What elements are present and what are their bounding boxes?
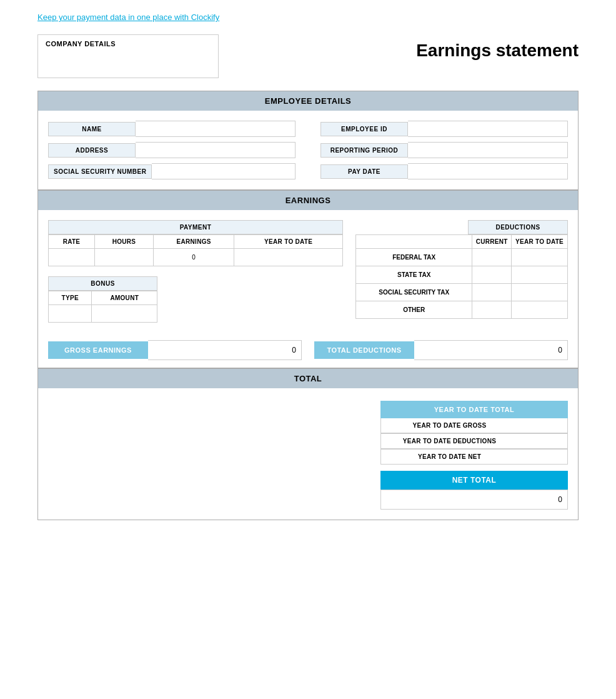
clockify-link[interactable]: Keep your payment data in one place with… (37, 13, 219, 22)
empid-value[interactable] (408, 121, 568, 137)
header-row: COMPANY DETAILS Earnings statement (37, 34, 579, 78)
ssn-value[interactable] (152, 163, 296, 179)
table-row: FEDERAL TAX (356, 249, 568, 266)
employee-section-body: NAME ADDRESS SOCIAL SECURITY NUMBER (38, 111, 578, 189)
payment-label: PAYMENT (48, 220, 343, 234)
empid-label: EMPLOYEE ID (320, 122, 408, 136)
field-row-reporting: REPORTING PERIOD (320, 142, 568, 158)
pay-date-value[interactable] (408, 163, 568, 179)
payment-col-rate: RATE (49, 235, 95, 249)
employee-grid: NAME ADDRESS SOCIAL SECURITY NUMBER (48, 121, 568, 179)
total-deductions-value[interactable]: 0 (414, 340, 568, 360)
payment-table: RATE HOURS EARNINGS YEAR TO DATE 0 (48, 234, 343, 266)
page-container: COMPANY DETAILS Earnings statement EMPLO… (0, 34, 616, 545)
table-row (49, 305, 157, 323)
ytd-deductions-value[interactable] (518, 434, 568, 449)
ytd-gross-label: YEAR TO DATE GROSS (380, 418, 518, 433)
reporting-period-value[interactable] (408, 142, 568, 158)
total-deductions-label: TOTAL DEDUCTIONS (314, 341, 414, 359)
deductions-col-ytd: YEAR TO DATE (512, 235, 568, 249)
other-label: OTHER (356, 301, 472, 319)
federal-tax-ytd[interactable] (512, 249, 568, 266)
bonus-type-cell[interactable] (49, 305, 92, 323)
company-details-label: COMPANY DETAILS (46, 40, 116, 48)
earnings-left: PAYMENT RATE HOURS EARNINGS YEAR TO DATE (48, 220, 343, 323)
ytd-box: YEAR TO DATE TOTAL YEAR TO DATE GROSS YE… (380, 401, 568, 510)
payment-table-wrap: PAYMENT RATE HOURS EARNINGS YEAR TO DATE (48, 220, 343, 266)
social-security-current[interactable] (472, 284, 512, 301)
table-row: OTHER (356, 301, 568, 319)
earnings-body: PAYMENT RATE HOURS EARNINGS YEAR TO DATE (38, 210, 578, 333)
total-deductions-item: TOTAL DEDUCTIONS 0 (314, 340, 568, 360)
payment-col-earnings: EARNINGS (153, 235, 234, 249)
ytd-net-label: YEAR TO DATE NET (380, 450, 518, 465)
total-section-body: YEAR TO DATE TOTAL YEAR TO DATE GROSS YE… (38, 388, 578, 520)
name-value[interactable] (136, 121, 296, 137)
company-box: COMPANY DETAILS (37, 34, 219, 78)
employee-right-col: EMPLOYEE ID REPORTING PERIOD PAY DATE (320, 121, 568, 179)
bonus-amount-cell[interactable] (92, 305, 157, 323)
table-row: STATE TAX (356, 266, 568, 284)
table-row: SOCIAL SECURITY TAX (356, 284, 568, 301)
bonus-table: TYPE AMOUNT (48, 291, 157, 323)
payment-col-hours: HOURS (94, 235, 153, 249)
ytd-deductions-label: YEAR TO DATE DEDUCTIONS (380, 434, 518, 449)
address-label: ADDRESS (48, 143, 136, 158)
field-row-name: NAME (48, 121, 296, 137)
payment-ytd-cell[interactable] (234, 249, 343, 266)
gross-earnings-label: GROSS EARNINGS (48, 341, 148, 359)
deductions-table: CURRENT YEAR TO DATE FEDERAL TAX STATE T… (355, 234, 568, 319)
earnings-section-header: EARNINGS (38, 191, 578, 210)
state-tax-current[interactable] (472, 266, 512, 284)
ytd-gross-value[interactable] (518, 418, 568, 433)
name-label: NAME (48, 122, 136, 136)
earnings-right: DEDUCTIONS CURRENT YEAR TO DATE FEDERAL … (355, 220, 568, 323)
ytd-deductions-row: YEAR TO DATE DEDUCTIONS (380, 434, 568, 450)
reporting-period-label: REPORTING PERIOD (320, 143, 408, 158)
earnings-section: EARNINGS PAYMENT RATE HOURS EARNINGS YEA… (37, 190, 579, 368)
top-link-bar: Keep your payment data in one place with… (0, 0, 616, 34)
payment-rate-cell[interactable] (49, 249, 95, 266)
deductions-label: DEDUCTIONS (468, 220, 568, 234)
page-title: Earnings statement (416, 34, 579, 61)
pay-date-label: PAY DATE (320, 164, 408, 179)
totals-row: GROSS EARNINGS 0 TOTAL DEDUCTIONS 0 (38, 333, 578, 368)
ytd-net-row: YEAR TO DATE NET (380, 450, 568, 465)
ytd-total-label: YEAR TO DATE TOTAL (380, 401, 568, 418)
other-current[interactable] (472, 301, 512, 319)
field-row-address: ADDRESS (48, 142, 296, 158)
bonus-table-wrap: BONUS TYPE AMOUNT (48, 276, 343, 323)
address-value[interactable] (136, 142, 296, 158)
employee-left-col: NAME ADDRESS SOCIAL SECURITY NUMBER (48, 121, 296, 179)
bonus-label: BONUS (48, 276, 157, 291)
state-tax-label: STATE TAX (356, 266, 472, 284)
payment-col-ytd: YEAR TO DATE (234, 235, 343, 249)
deductions-col-current: CURRENT (472, 235, 512, 249)
state-tax-ytd[interactable] (512, 266, 568, 284)
other-ytd[interactable] (512, 301, 568, 319)
field-row-ssn: SOCIAL SECURITY NUMBER (48, 163, 296, 179)
social-security-label: SOCIAL SECURITY TAX (356, 284, 472, 301)
table-row: 0 (49, 249, 343, 266)
gross-earnings-item: GROSS EARNINGS 0 (48, 340, 302, 360)
field-row-empid: EMPLOYEE ID (320, 121, 568, 137)
payment-earnings-cell[interactable]: 0 (153, 249, 234, 266)
total-section-header: TOTAL (38, 369, 578, 388)
payment-hours-cell[interactable] (94, 249, 153, 266)
gross-earnings-value[interactable]: 0 (148, 340, 302, 360)
federal-tax-label: FEDERAL TAX (356, 249, 472, 266)
bonus-col-amount: AMOUNT (92, 291, 157, 305)
ytd-net-value[interactable] (518, 450, 568, 465)
federal-tax-current[interactable] (472, 249, 512, 266)
employee-section-header: EMPLOYEE DETAILS (38, 91, 578, 111)
deductions-col-name (356, 235, 472, 249)
ssn-label: SOCIAL SECURITY NUMBER (48, 164, 152, 179)
employee-section: EMPLOYEE DETAILS NAME ADDRESS SOCIAL SEC… (37, 91, 579, 190)
ytd-gross-row: YEAR TO DATE GROSS (380, 418, 568, 434)
field-row-paydate: PAY DATE (320, 163, 568, 179)
bonus-col-type: TYPE (49, 291, 92, 305)
net-total-value[interactable]: 0 (380, 490, 568, 510)
total-section: TOTAL YEAR TO DATE TOTAL YEAR TO DATE GR… (37, 368, 579, 520)
net-total-label: NET TOTAL (380, 471, 568, 490)
social-security-ytd[interactable] (512, 284, 568, 301)
